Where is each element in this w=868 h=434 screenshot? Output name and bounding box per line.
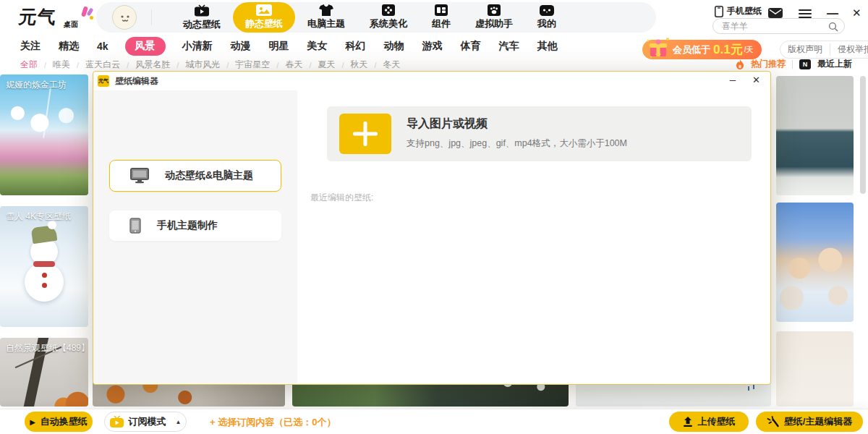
dialog-main: 导入图片或视频 支持png、jpg、jpeg、gif、mp4格式，大小需小于10… [297,90,770,383]
nav-divider [151,9,152,25]
tab-cars[interactable]: 汽车 [499,40,519,53]
subcat-bluesky[interactable]: 蓝天白云 [85,59,120,71]
nav-item-mine[interactable]: 我的 [525,2,569,33]
subcat-spring[interactable]: 春天 [285,59,302,71]
import-media-button[interactable]: 导入图片或视频 支持png、jpg、jpeg、gif、mp4格式，大小需小于10… [327,106,752,161]
phone-icon [715,6,723,17]
decor [42,273,47,278]
decor [42,283,47,288]
search-input[interactable] [713,19,844,33]
plus-icon[interactable] [339,114,391,154]
sidebar-item-dynamic-pc-theme[interactable]: 动态壁纸&电脑主题 [109,160,281,192]
recent-edited-label: 最近编辑的壁纸: [310,192,373,204]
logo-brush-icon [81,7,94,20]
search-icon[interactable] [828,22,838,32]
decor [753,385,754,389]
robot-icon [540,5,554,16]
tab-other[interactable]: 其他 [537,40,558,53]
search-box [712,18,845,34]
flower-icon [382,4,395,16]
dropdown-label: 订阅模式 [129,415,166,428]
recent-new-link[interactable]: 最近上新 [817,58,852,70]
member-promo-badge[interactable]: 会员低于 0.1元 /天 [642,40,762,59]
subcat-space[interactable]: 宇宙星空 [235,59,270,71]
separator: / [375,61,377,69]
subcat-summer[interactable]: 夏天 [318,59,335,71]
nav-item-virtual-assistant[interactable]: 虚拟助手 [463,2,525,33]
tab-anime[interactable]: 动漫 [231,40,251,53]
tab-stars[interactable]: 明星 [269,40,289,53]
nav-label: 电脑主题 [307,17,345,30]
auto-change-wallpaper-button[interactable]: ▶ 自动换壁纸 [25,412,93,432]
wallpaper-card[interactable] [776,331,854,407]
scrollbar[interactable] [860,76,866,194]
wallpaper-card[interactable] [776,203,854,322]
tab-scenery[interactable]: 风景 [125,37,166,56]
report-link[interactable]: 侵权举报 [830,43,868,56]
wallpaper-card[interactable]: 雪人 4K专区壁纸 [0,206,88,327]
upload-wallpaper-button[interactable]: 上传壁纸 [669,412,749,432]
sidebar-item-label: 动态壁纸&电脑主题 [165,169,253,182]
dialog-sidebar: 动态壁纸&电脑主题 手机主题制作 [93,90,297,383]
select-subscribe-content-link[interactable]: + 选择订阅内容（已选：0个） [210,409,336,434]
tab-animals[interactable]: 动物 [384,40,404,53]
wallpaper-card[interactable] [776,76,854,195]
avatar[interactable] [112,5,137,30]
separator: / [226,61,229,69]
photo-icon [256,4,272,16]
nav-label: 我的 [537,17,556,30]
app-window: 元气 桌面 动态壁纸 静态壁纸 [0,0,868,434]
subcat-famous-scenery[interactable]: 风景名胜 [135,59,170,71]
decor [43,88,51,138]
nav-item-widgets[interactable]: 组件 [420,2,463,33]
dialog-title: 壁纸编辑器 [115,75,158,88]
subcat-autumn[interactable]: 秋天 [351,59,368,71]
phone-wallpaper-button[interactable]: 手机壁纸 [715,5,762,17]
import-title: 导入图片或视频 [407,116,488,132]
separator: / [127,61,129,69]
logo-subtext: 桌面 [64,20,78,30]
subcat-aesthetic[interactable]: 唯美 [53,59,70,71]
nav-label: 动态壁纸 [183,18,221,31]
tab-featured[interactable]: 精选 [59,40,79,53]
main-nav: 动态壁纸 静态壁纸 电脑主题 系统美化 [96,2,656,33]
tab-beauty[interactable]: 美女 [307,40,328,53]
new-icon: N [799,59,811,69]
close-button[interactable]: ✕ [852,9,861,17]
menu-button[interactable] [799,9,812,18]
decor [33,261,55,267]
tab-fresh[interactable]: 小清新 [182,40,213,53]
dialog-close-button[interactable]: ✕ [752,75,760,85]
subcat-all[interactable]: 全部 [20,59,38,71]
sidebar-item-label: 手机主题制作 [157,219,218,232]
tab-4k[interactable]: 4k [97,41,109,52]
shirt-icon [319,4,333,16]
sidebar-item-phone-theme[interactable]: 手机主题制作 [109,210,281,241]
wallpaper-card[interactable]: 妮娅的炼金工坊 [0,75,88,195]
hot-recommend-link[interactable]: 热门推荐 [751,58,786,70]
copyright-link[interactable]: 版权声明 [780,43,830,56]
wallpaper-card[interactable]: 自然景观壁纸【489】 [0,338,88,407]
member-prefix: 会员低于 [673,43,710,56]
tab-games[interactable]: 游戏 [422,40,443,53]
separator: / [309,61,311,69]
nav-item-system-beautify[interactable]: 系统美化 [357,2,420,33]
nav-item-static-wallpaper[interactable]: 静态壁纸 [233,2,295,33]
monitor-icon [130,168,149,184]
nav-item-pc-theme[interactable]: 电脑主题 [295,2,357,33]
tab-follow[interactable]: 关注 [20,40,41,53]
nav-item-dynamic-wallpaper[interactable]: 动态壁纸 [171,2,233,33]
subcat-cityscape[interactable]: 城市风光 [185,59,220,71]
subcat-winter[interactable]: 冬天 [383,59,401,71]
paw-icon [488,4,501,16]
subscribe-mode-dropdown[interactable]: 订阅模式 ▲ [104,412,187,432]
wallpaper-title: 雪人 4K专区壁纸 [6,210,71,223]
dialog-minimize-button[interactable]: – [730,73,736,85]
wallpaper-theme-editor-button[interactable]: 壁纸/主题编辑器 [756,412,863,432]
separator: / [176,61,179,69]
nav-label: 虚拟助手 [475,17,513,30]
tab-scifi[interactable]: 科幻 [346,40,366,53]
minimize-button[interactable]: — [827,9,838,18]
upload-icon [683,417,693,427]
tab-sports[interactable]: 体育 [461,40,481,53]
